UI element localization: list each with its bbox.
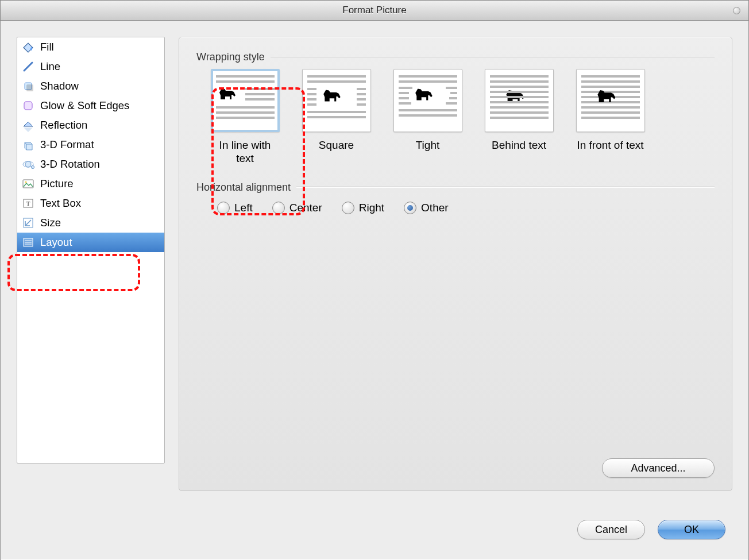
wrap-option-square[interactable]: Square (300, 69, 372, 165)
sidebar-label: 3-D Rotation (40, 158, 100, 171)
rotation-icon (21, 157, 36, 172)
wrapping-options: In line with text (209, 69, 715, 165)
dog-icon (595, 87, 619, 106)
sidebar-item-size[interactable]: Size (17, 213, 164, 233)
svg-marker-7 (24, 122, 33, 126)
cancel-button[interactable]: Cancel (577, 520, 645, 539)
svg-rect-12 (23, 180, 33, 188)
dog-icon (413, 86, 436, 104)
sidebar-label: Glow & Soft Edges (40, 99, 129, 112)
layout-icon (21, 235, 36, 250)
advanced-button[interactable]: Advanced... (602, 458, 715, 478)
svg-text:T: T (26, 200, 30, 207)
sidebar-item-3d-rotation[interactable]: 3-D Rotation (17, 155, 164, 174)
wrap-option-inline[interactable]: In line with text (209, 69, 281, 165)
sidebar-label: 3-D Format (40, 138, 94, 151)
glow-icon (21, 98, 36, 113)
dog-icon (321, 87, 344, 105)
wrapping-style-text: Wrapping style (196, 51, 265, 63)
radio-icon (404, 202, 416, 214)
radio-label: Center (289, 202, 322, 214)
radio-label: Left (234, 202, 253, 214)
horizontal-alignment-text: Horizontal alignment (196, 181, 291, 194)
shadow-icon (21, 79, 36, 94)
footer-buttons: Cancel OK (577, 520, 725, 539)
radio-left[interactable]: Left (217, 202, 253, 214)
svg-point-10 (25, 161, 31, 167)
paint-bucket-icon (21, 40, 36, 55)
wrap-option-front[interactable]: In front of text (574, 69, 646, 165)
sidebar-label: Reflection (40, 119, 87, 132)
radio-other[interactable]: Other (404, 202, 449, 214)
radio-label: Right (359, 202, 384, 214)
wrap-thumb-tight (393, 69, 462, 132)
svg-rect-5 (26, 84, 33, 91)
wrap-option-tight[interactable]: Tight (392, 69, 464, 165)
radio-right[interactable]: Right (342, 202, 384, 214)
wrap-thumb-square (302, 69, 371, 132)
svg-point-11 (31, 165, 34, 168)
wrap-thumb-front (576, 69, 645, 132)
wrap-label: Square (319, 139, 354, 152)
svg-rect-6 (24, 102, 32, 110)
svg-point-13 (25, 181, 26, 183)
radio-label: Other (421, 202, 449, 214)
sidebar-item-3d-format[interactable]: 3-D Format (17, 135, 164, 155)
size-icon (21, 215, 36, 230)
alignment-radio-group: Left Center Right Other (217, 202, 715, 214)
window-decor-dot (733, 7, 740, 14)
cube-icon (21, 137, 36, 152)
svg-marker-8 (24, 128, 33, 132)
sidebar-label: Text Box (40, 197, 81, 210)
sidebar-label: Size (40, 217, 61, 229)
wrapping-style-label: Wrapping style (196, 51, 715, 63)
wrap-label: Behind text (492, 139, 546, 152)
divider (271, 57, 715, 58)
sidebar-item-line[interactable]: Line (17, 57, 164, 76)
picture-icon (21, 176, 36, 191)
sidebar-item-fill[interactable]: Fill (17, 37, 164, 57)
horizontal-alignment-label: Horizontal alignment (196, 181, 715, 194)
wrap-label: In front of text (577, 139, 643, 152)
reflection-icon (21, 118, 36, 133)
radio-center[interactable]: Center (272, 202, 322, 214)
wrap-thumb-inline (211, 69, 280, 132)
radio-icon (217, 202, 230, 214)
titlebar: Format Picture (1, 1, 748, 21)
ok-button[interactable]: OK (658, 520, 725, 539)
sidebar-label: Line (40, 60, 60, 73)
sidebar-label: Shadow (40, 80, 79, 92)
wrap-thumb-behind (485, 69, 554, 132)
sidebar-item-picture[interactable]: Picture (17, 174, 164, 194)
wrap-label: Tight (416, 139, 440, 152)
sidebar-item-textbox[interactable]: T Text Box (17, 194, 164, 213)
dog-icon (217, 86, 239, 103)
textbox-icon: T (21, 196, 36, 211)
line-icon (21, 59, 36, 74)
sidebar-item-layout[interactable]: Layout (17, 233, 164, 252)
sidebar-item-reflection[interactable]: Reflection (17, 115, 164, 135)
radio-icon (272, 202, 285, 214)
sidebar-label: Fill (40, 41, 54, 53)
sidebar-label: Picture (40, 177, 74, 190)
window-title: Format Picture (342, 5, 406, 16)
sidebar: Fill Line Shadow Glow & Soft Edges (17, 37, 165, 464)
wrap-option-behind[interactable]: Behind text (483, 69, 555, 165)
sidebar-item-shadow[interactable]: Shadow (17, 76, 164, 96)
radio-icon (342, 202, 354, 214)
dialog-body: Fill Line Shadow Glow & Soft Edges (1, 21, 748, 560)
divider (296, 187, 715, 188)
format-picture-dialog: Format Picture Fill Line Shadow (0, 0, 749, 560)
svg-line-3 (24, 63, 32, 71)
sidebar-item-glow[interactable]: Glow & Soft Edges (17, 96, 164, 115)
main-panel: Wrapping style (179, 37, 732, 491)
wrap-label: In line with text (209, 139, 281, 165)
sidebar-label: Layout (40, 236, 72, 249)
